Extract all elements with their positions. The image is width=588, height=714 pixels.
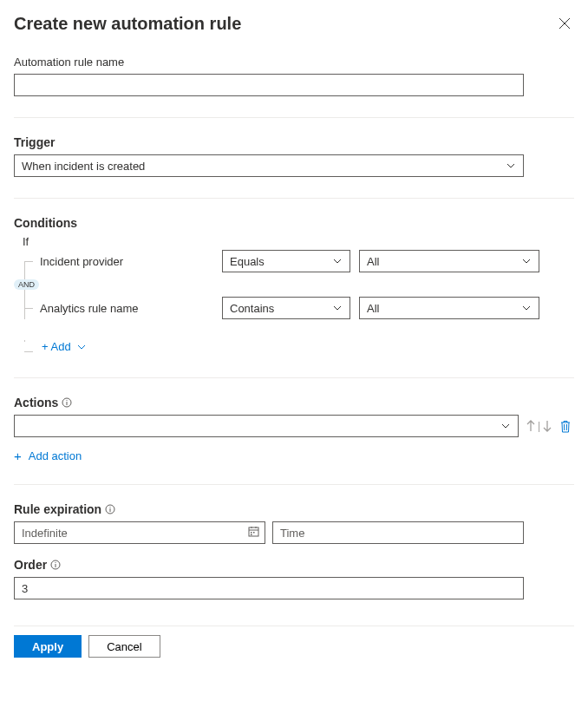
and-badge: AND [14,279,39,290]
conditions-heading: Conditions [14,216,574,230]
rule-name-label: Automation rule name [14,56,574,69]
condition-operator-value: Equals [230,255,265,268]
divider [14,117,574,118]
add-condition-label: + Add [42,340,71,353]
svg-point-1 [67,400,68,401]
divider [14,484,574,485]
svg-point-11 [56,562,56,563]
svg-rect-9 [251,534,252,536]
chevron-down-icon [332,303,343,313]
expiration-date-placeholder: Indefinite [22,527,68,540]
action-select[interactable] [14,415,519,437]
condition-operator-value: Contains [230,302,274,315]
condition-operator-select[interactable]: Equals [222,250,350,272]
divider [14,198,574,199]
add-action-button[interactable]: + Add action [14,449,82,462]
condition-operator-select[interactable]: Contains [222,297,350,319]
close-button[interactable] [555,14,574,35]
chevron-down-icon [521,303,532,313]
if-label: If [23,235,574,248]
panel-title: Create new automation rule [14,14,241,34]
expiration-time-placeholder: Time [280,527,304,540]
actions-heading: Actions [14,396,574,409]
expiration-time-input[interactable]: Time [272,521,524,544]
plus-icon: + [14,449,22,462]
condition-field-label: Incident provider [40,255,213,268]
svg-rect-2 [67,402,68,405]
expiration-date-input[interactable]: Indefinite [14,521,265,544]
separator: | [538,420,540,432]
info-icon[interactable] [50,560,61,570]
order-heading-text: Order [14,558,47,572]
apply-button[interactable]: Apply [14,635,82,658]
svg-rect-5 [110,508,111,512]
expiration-heading-text: Rule expiration [14,502,101,516]
trigger-value: When incident is created [22,160,145,173]
trigger-heading: Trigger [14,135,574,149]
actions-heading-text: Actions [14,396,58,409]
condition-field-label: Analytics rule name [40,302,213,315]
rule-name-input[interactable] [14,74,524,96]
condition-value: All [367,255,379,268]
divider [14,377,574,378]
cancel-button[interactable]: Cancel [88,635,160,658]
chevron-down-icon [332,256,343,266]
chevron-down-icon [506,160,516,171]
add-action-label: Add action [29,449,82,462]
info-icon[interactable] [105,504,115,514]
move-up-button[interactable] [526,420,536,432]
chevron-down-icon [500,421,511,431]
arrow-down-icon [542,420,552,432]
chevron-down-icon [76,342,87,352]
trigger-select[interactable]: When incident is created [14,154,524,177]
condition-value-select[interactable]: All [359,250,539,272]
trash-icon [559,420,572,433]
expiration-heading: Rule expiration [14,502,574,516]
order-heading: Order [14,558,574,572]
svg-rect-12 [56,564,56,567]
svg-rect-7 [251,532,252,534]
svg-rect-8 [253,532,255,534]
chevron-down-icon [521,256,532,266]
svg-point-4 [110,507,111,508]
order-input[interactable] [14,577,524,599]
arrow-up-icon [526,420,536,432]
info-icon[interactable] [62,397,72,408]
condition-value: All [367,302,379,315]
calendar-icon [248,526,259,540]
condition-value-select[interactable]: All [359,297,539,319]
delete-action-button[interactable] [559,420,572,433]
move-down-button[interactable] [542,420,552,432]
close-icon [559,17,571,29]
add-condition-button[interactable]: + Add [35,340,87,353]
